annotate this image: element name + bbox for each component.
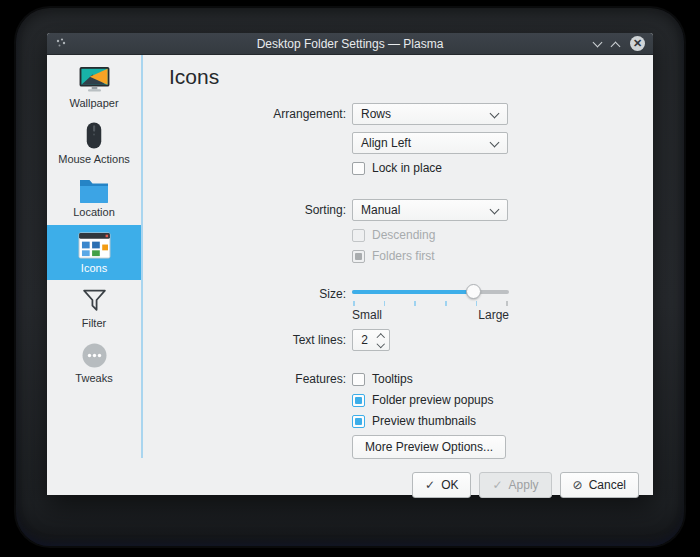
sorting-label: Sorting: — [169, 203, 352, 217]
sorting-select[interactable]: Manual — [352, 199, 508, 221]
ok-button[interactable]: ✓ OK — [412, 472, 471, 498]
preview-thumbnails-checkbox[interactable]: Preview thumbnails — [352, 414, 476, 428]
spin-up-icon[interactable] — [378, 333, 384, 339]
close-button[interactable]: ✕ — [630, 36, 645, 51]
sidebar-item-label: Wallpaper — [69, 97, 118, 109]
settings-page: Icons Arrangement: Rows Align Left — [143, 55, 653, 466]
size-max-label: Large — [478, 308, 509, 322]
arrangement-label: Arrangement: — [169, 107, 352, 121]
sidebar-item-label: Location — [73, 206, 115, 218]
checkbox-box — [352, 394, 365, 407]
sidebar-item-label: Mouse Actions — [58, 153, 130, 165]
monitor-wallpaper-icon — [78, 66, 111, 94]
sidebar-item-mouse-actions[interactable]: Mouse Actions — [47, 115, 141, 170]
category-sidebar: Wallpaper Mouse Actions — [47, 55, 141, 466]
slider-ticks — [352, 300, 509, 306]
text-lines-label: Text lines: — [169, 333, 352, 347]
size-slider: Small Large — [352, 284, 509, 322]
mouse-icon — [84, 121, 104, 150]
minimize-button[interactable] — [594, 40, 602, 48]
descending-checkbox: Descending — [352, 228, 435, 242]
checkbox-box — [352, 373, 365, 386]
sidebar-item-label: Filter — [82, 317, 106, 329]
checkbox-box — [352, 162, 365, 175]
text-lines-spinbox[interactable]: 2 — [352, 329, 390, 351]
plasma-menu-icon[interactable] — [55, 35, 67, 53]
folders-first-checkbox: Folders first — [352, 249, 435, 263]
chevron-down-icon — [491, 207, 498, 214]
arrangement-select[interactable]: Rows — [352, 103, 508, 125]
sidebar-item-tweaks[interactable]: Tweaks — [47, 335, 141, 390]
size-slider-handle[interactable] — [466, 284, 481, 299]
checkbox-box — [352, 415, 365, 428]
more-preview-options-button[interactable]: More Preview Options... — [352, 435, 506, 459]
sidebar-item-location[interactable]: Location — [47, 170, 141, 225]
features-label: Features: — [169, 372, 352, 386]
cancel-button[interactable]: ⊘ Cancel — [560, 472, 639, 498]
checkbox-box — [352, 229, 365, 242]
cancel-circle-icon: ⊘ — [573, 478, 583, 492]
size-min-label: Small — [352, 308, 382, 322]
tooltips-checkbox[interactable]: Tooltips — [352, 372, 413, 386]
window-title: Desktop Folder Settings — Plasma — [47, 37, 653, 51]
titlebar: Desktop Folder Settings — Plasma ✕ — [47, 33, 653, 55]
size-slider-fill — [352, 290, 474, 294]
apply-button: ✓ Apply — [479, 472, 551, 498]
ellipsis-circle-icon — [81, 342, 108, 369]
folder-preview-popups-checkbox[interactable]: Folder preview popups — [352, 393, 493, 407]
sidebar-item-icons[interactable]: Icons — [47, 225, 141, 280]
icon-grid-icon — [78, 232, 111, 259]
chevron-down-icon — [491, 111, 498, 118]
spin-down-icon[interactable] — [378, 341, 384, 347]
size-slider-track[interactable] — [352, 284, 509, 300]
chevron-down-icon — [491, 140, 498, 147]
check-icon: ✓ — [492, 478, 502, 492]
checkbox-box — [352, 250, 365, 263]
folder-icon — [78, 177, 110, 203]
dialog-button-box: ✓ OK ✓ Apply ⊘ Cancel — [47, 466, 653, 503]
settings-window: Desktop Folder Settings — Plasma ✕ — [47, 33, 653, 495]
sidebar-item-label: Tweaks — [75, 372, 112, 384]
size-label: Size: — [169, 284, 352, 301]
lock-in-place-checkbox[interactable]: Lock in place — [352, 161, 442, 175]
maximize-button[interactable] — [612, 40, 620, 48]
check-icon: ✓ — [425, 478, 435, 492]
sidebar-item-filter[interactable]: Filter — [47, 280, 141, 335]
sidebar-item-wallpaper[interactable]: Wallpaper — [47, 60, 141, 115]
page-title: Icons — [169, 65, 653, 89]
alignment-select[interactable]: Align Left — [352, 132, 508, 154]
sidebar-item-label: Icons — [81, 262, 107, 274]
funnel-icon — [81, 287, 108, 314]
